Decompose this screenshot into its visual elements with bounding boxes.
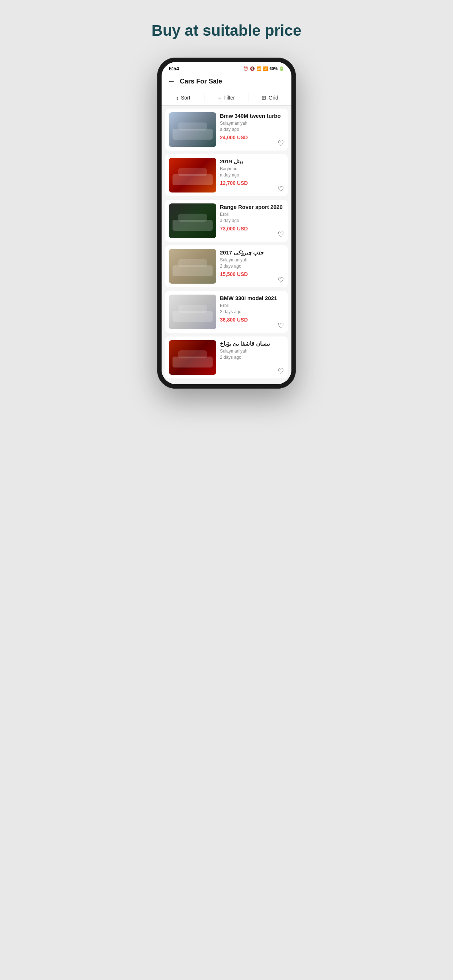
page-title: Cars For Sale [180,78,222,85]
filter-button[interactable]: ≡ Filter [205,91,248,105]
back-button[interactable]: ← [167,77,175,85]
car-location: Sulaymaniyah [220,258,284,262]
car-title: Bmw 340M tween turbo [220,112,284,119]
car-card[interactable]: جێپ چیرۆکی 2017Sulaymaniyah2 days ago15,… [165,245,288,287]
car-image [169,340,216,375]
car-image [169,294,216,329]
phone-mockup: 6:54 ⏰ 🔇 📶 📶 60% 🔋 ← Cars For Sale ↕ Sor… [157,57,296,389]
car-price: 12,700 USD [220,180,284,186]
filter-icon: ≡ [218,95,222,101]
car-info: Bmw 340M tween turboSulaymaniyaha day ag… [220,112,284,147]
svg-rect-9 [178,305,207,313]
mute-icon: 🔇 [250,66,255,71]
sort-button[interactable]: ↕ Sort [161,91,205,105]
car-image [169,158,216,192]
car-location: Erbil [220,303,284,308]
signal-icon: 📶 [263,66,268,71]
car-time: a day ago [220,127,284,132]
svg-rect-1 [178,123,207,130]
car-image [169,249,216,284]
svg-rect-11 [178,350,207,358]
car-price: 24,000 USD [220,135,284,140]
grid-label: Grid [268,95,278,100]
car-time: a day ago [220,218,284,223]
grid-icon: ⊞ [262,94,266,101]
car-time: 2 days ago [220,355,284,360]
phone-screen: 6:54 ⏰ 🔇 📶 📶 60% 🔋 ← Cars For Sale ↕ Sor… [161,62,292,384]
car-info: Range Rover sport 2020Erbila day ago73,0… [220,204,284,238]
car-card[interactable]: بیتل 2019Baghdada day ago12,700 USD♡ [165,154,288,196]
car-info: BMW 330i model 2021Erbil2 days ago36,800… [220,294,284,329]
grid-button[interactable]: ⊞ Grid [248,90,292,105]
wifi-icon: 📶 [257,66,262,71]
favorite-button[interactable]: ♡ [278,276,284,284]
car-location: Sulaymaniyah [220,348,284,354]
car-price: 15,500 USD [220,271,284,277]
sort-icon: ↕ [176,95,179,101]
car-title: بیتل 2019 [220,158,284,165]
car-price: 36,800 USD [220,317,284,323]
car-image [169,204,216,238]
car-time: 2 days ago [220,264,284,269]
svg-rect-3 [178,168,207,176]
filter-bar: ↕ Sort ≡ Filter ⊞ Grid [161,90,292,106]
car-time: a day ago [220,172,284,178]
car-card[interactable]: Bmw 340M tween turboSulaymaniyaha day ag… [165,109,288,151]
car-time: 2 days ago [220,309,284,314]
car-location: Sulaymaniyah [220,121,284,126]
status-time: 6:54 [169,65,179,72]
car-card[interactable]: BMW 330i model 2021Erbil2 days ago36,800… [165,291,288,333]
car-location: Erbil [220,212,284,217]
car-card[interactable]: نیسان قاشقا بێ بۆیاخSulaymaniyah2 days a… [165,337,288,379]
car-title: BMW 330i model 2021 [220,294,284,302]
car-title: جێپ چیرۆکی 2017 [220,249,284,256]
car-location: Baghdad [220,166,284,171]
car-info: بیتل 2019Baghdada day ago12,700 USD [220,158,284,192]
car-title: Range Rover sport 2020 [220,204,284,211]
car-price: 73,000 USD [220,226,284,232]
hero-title: Buy at suitable price [152,22,301,40]
alarm-icon: ⏰ [243,66,248,71]
status-icons: ⏰ 🔇 📶 📶 60% 🔋 [243,66,284,71]
car-info: نیسان قاشقا بێ بۆیاخSulaymaniyah2 days a… [220,340,284,375]
favorite-button[interactable]: ♡ [278,322,284,329]
battery-icon: 🔋 [279,66,284,71]
car-title: نیسان قاشقا بێ بۆیاخ [220,340,284,347]
nav-bar: ← Cars For Sale [161,74,292,90]
battery-label: 60% [270,66,278,71]
svg-rect-7 [178,259,207,267]
status-bar: 6:54 ⏰ 🔇 📶 📶 60% 🔋 [161,62,292,74]
filter-label: Filter [223,95,235,100]
favorite-button[interactable]: ♡ [278,185,284,192]
svg-rect-5 [178,214,207,222]
car-card[interactable]: Range Rover sport 2020Erbila day ago73,0… [165,200,288,242]
favorite-button[interactable]: ♡ [278,140,284,147]
favorite-button[interactable]: ♡ [278,368,284,375]
sort-label: Sort [181,95,190,100]
favorite-button[interactable]: ♡ [278,231,284,238]
car-image [169,112,216,147]
listings-container: Bmw 340M tween turboSulaymaniyaha day ag… [161,106,292,384]
car-info: جێپ چیرۆکی 2017Sulaymaniyah2 days ago15,… [220,249,284,284]
